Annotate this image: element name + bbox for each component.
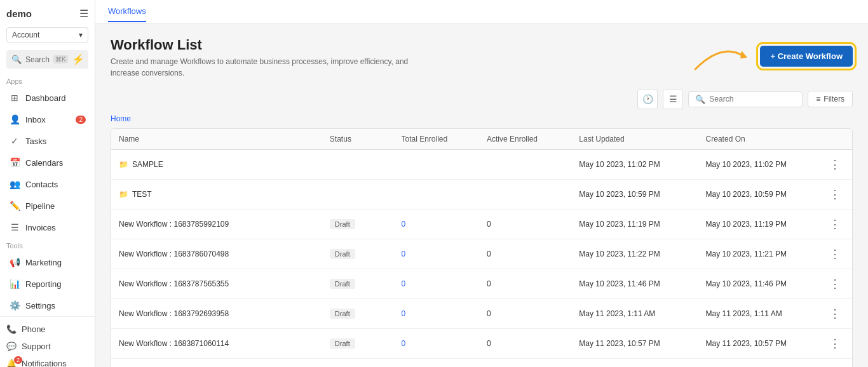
sidebar-item-dashboard[interactable]: ⊞ Dashboard (3, 88, 92, 108)
cell-created-on: May 11 2023, 1:11 AM (698, 299, 818, 329)
cell-name: New Workflow : 1683786070498 (111, 239, 322, 269)
table-row: New Workflow : 1683785992109Draft00May 1… (111, 210, 852, 239)
sidebar-item-label: Contacts (25, 180, 58, 189)
sidebar-item-label: Pipeline (25, 201, 55, 211)
workflow-name[interactable]: New Workflow : 1683792693958 (119, 309, 229, 318)
cell-total-enrolled: 0 (393, 239, 479, 269)
folder-icon: 📁 (119, 190, 128, 199)
cell-created-on: May 10 2023, 11:19 PM (698, 210, 818, 239)
row-more-button[interactable]: ⋮ (825, 216, 844, 232)
cell-active-enrolled: 0 (479, 239, 571, 269)
col-header-total-enrolled: Total Enrolled (393, 129, 479, 150)
table-search-box[interactable]: 🔍 (688, 91, 803, 107)
top-navigation: Workflows (95, 0, 868, 24)
cell-total-enrolled: 0 (393, 269, 479, 299)
cell-status: Draft (322, 299, 394, 329)
total-enrolled-value[interactable]: 0 (401, 220, 405, 229)
workflow-name[interactable]: New Workflow : 1683787565355 (119, 279, 229, 288)
total-enrolled-value[interactable]: 0 (401, 250, 405, 258)
inbox-badge: 2 (76, 116, 86, 124)
sidebar-item-tasks[interactable]: ✓ Tasks (3, 131, 92, 151)
sidebar-item-settings[interactable]: ⚙️ Settings (3, 295, 92, 316)
cell-actions: ⋮ (818, 180, 852, 210)
cell-actions: ⋮ (818, 239, 852, 269)
cell-total-enrolled: 0 (393, 359, 479, 368)
invoices-icon: ☰ (9, 222, 20, 233)
cell-actions: ⋮ (818, 329, 852, 359)
list-view-button[interactable]: ☰ (663, 89, 683, 109)
col-header-created-on: Created On (698, 129, 818, 150)
sidebar-item-label: Settings (25, 301, 55, 310)
table-row: 📁TESTMay 10 2023, 10:59 PMMay 10 2023, 1… (111, 180, 852, 210)
sidebar-item-inbox[interactable]: 👤 Inbox 2 (3, 109, 92, 130)
cell-created-on: May 10 2023, 11:02 PM (698, 150, 818, 180)
sidebar-item-marketing[interactable]: 📢 Marketing (3, 252, 92, 272)
notifications-label: Notifications (22, 359, 67, 367)
cell-total-enrolled (393, 180, 479, 210)
tools-section-label: Tools (0, 238, 95, 251)
status-badge: Draft (330, 279, 355, 289)
cell-total-enrolled: 0 (393, 299, 479, 329)
sidebar-item-label: Tasks (25, 137, 46, 146)
cell-total-enrolled: 0 (393, 329, 479, 359)
row-more-button[interactable]: ⋮ (825, 276, 844, 292)
cell-name: New Workflow : 1687164635299 (111, 359, 322, 368)
cell-total-enrolled: 0 (393, 210, 479, 239)
cell-active-enrolled (479, 180, 571, 210)
cell-last-updated: May 10 2023, 11:22 PM (571, 239, 698, 269)
total-enrolled-value[interactable]: 0 (401, 279, 405, 288)
sidebar-item-contacts[interactable]: 👥 Contacts (3, 174, 92, 194)
support-label: Support (22, 342, 51, 351)
col-header-actions (818, 129, 852, 150)
create-workflow-button[interactable]: + Create Workflow (760, 46, 853, 67)
row-more-button[interactable]: ⋮ (825, 246, 844, 262)
search-bar[interactable]: 🔍 Search ⌘K ⚡ (6, 50, 88, 69)
sidebar-item-reporting[interactable]: 📊 Reporting (3, 274, 92, 294)
sidebar-item-calendars[interactable]: 📅 Calendars (3, 152, 92, 173)
phone-label: Phone (22, 324, 46, 334)
sidebar-item-invoices[interactable]: ☰ Invoices (3, 217, 92, 237)
status-badge: Draft (330, 219, 355, 229)
sidebar-item-notifications[interactable]: 🔔 Notifications 2 (0, 355, 95, 367)
cell-created-on: Jun 19 2023, 1:50 AM (698, 359, 818, 368)
inbox-icon: 👤 (9, 114, 20, 125)
row-more-button[interactable]: ⋮ (825, 335, 844, 352)
tab-workflows[interactable]: Workflows (108, 1, 146, 22)
clock-icon: 🕐 (642, 94, 653, 104)
dashboard-icon: ⊞ (9, 92, 20, 103)
account-label: Account (12, 30, 39, 39)
workflow-name[interactable]: SAMPLE (132, 160, 163, 169)
row-more-button[interactable]: ⋮ (825, 156, 844, 173)
table-search-input[interactable] (709, 95, 796, 103)
account-selector[interactable]: Account ▾ (0, 25, 95, 48)
filters-button[interactable]: ≡ Filters (808, 91, 853, 107)
support-icon: 💬 (6, 342, 17, 351)
row-more-button[interactable]: ⋮ (825, 186, 844, 203)
total-enrolled-value[interactable]: 0 (401, 309, 405, 318)
cell-name: 📁SAMPLE (111, 150, 322, 180)
col-header-last-updated: Last Updated (571, 129, 698, 150)
content-area: Workflow List Create and manage Workflow… (95, 24, 868, 367)
row-more-button[interactable]: ⋮ (825, 305, 844, 322)
col-header-status: Status (322, 129, 394, 150)
total-enrolled-value[interactable]: 0 (401, 339, 405, 348)
table-row: New Workflow : 1687164635299Draft00Jun 1… (111, 359, 852, 368)
sidebar-item-support[interactable]: 💬 Support (0, 338, 95, 355)
hamburger-icon[interactable]: ☰ (79, 8, 88, 20)
cell-status: Draft (322, 359, 394, 368)
cell-active-enrolled (479, 150, 571, 180)
cell-created-on: May 10 2023, 10:59 PM (698, 180, 818, 210)
cell-last-updated: May 10 2023, 11:02 PM (571, 150, 698, 180)
breadcrumb[interactable]: Home (111, 114, 853, 123)
workflow-name[interactable]: New Workflow : 1683871060114 (119, 339, 229, 348)
sidebar-item-pipeline[interactable]: ✏️ Pipeline (3, 196, 92, 216)
status-badge: Draft (330, 309, 355, 319)
sidebar-item-phone[interactable]: 📞 Phone (0, 321, 95, 338)
cell-active-enrolled: 0 (479, 299, 571, 329)
clock-view-button[interactable]: 🕐 (637, 89, 658, 109)
workflow-name[interactable]: New Workflow : 1683786070498 (119, 250, 229, 258)
workflow-name[interactable]: TEST (132, 190, 152, 199)
workflow-name[interactable]: New Workflow : 1683785992109 (119, 220, 229, 229)
notifications-badge: 2 (14, 356, 22, 364)
cell-status: Draft (322, 269, 394, 299)
